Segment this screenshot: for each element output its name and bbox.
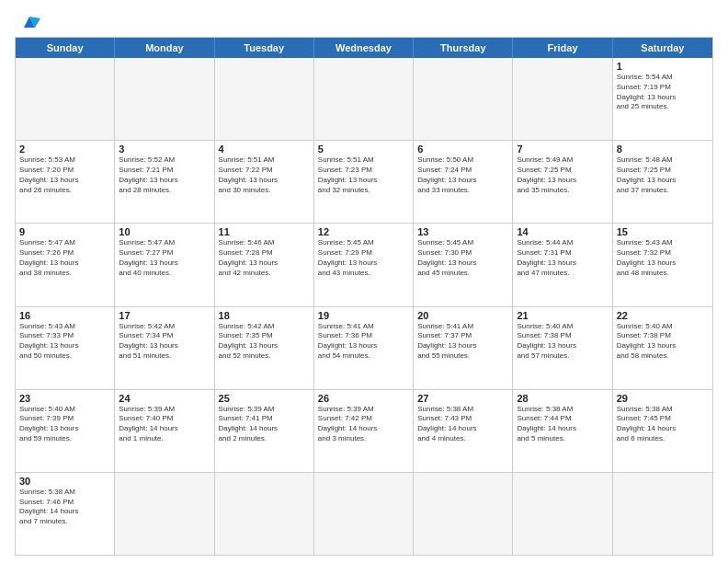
- page: SundayMondayTuesdayWednesdayThursdayFrid…: [0, 0, 728, 563]
- day-number: 1: [617, 61, 709, 72]
- day-number: 29: [617, 393, 709, 404]
- day-number: 4: [219, 144, 310, 155]
- day-info: Sunrise: 5:47 AM Sunset: 7:26 PM Dayligh…: [19, 238, 110, 278]
- calendar-header: SundayMondayTuesdayWednesdayThursdayFrid…: [16, 38, 712, 58]
- weekday-header-monday: Monday: [115, 38, 214, 58]
- calendar-cell: [215, 58, 314, 140]
- calendar-cell: 26Sunrise: 5:39 AM Sunset: 7:42 PM Dayli…: [314, 390, 414, 472]
- calendar-cell: [414, 58, 513, 140]
- calendar-cell: 27Sunrise: 5:38 AM Sunset: 7:43 PM Dayli…: [414, 390, 513, 472]
- day-number: 13: [417, 226, 508, 237]
- day-info: Sunrise: 5:43 AM Sunset: 7:32 PM Dayligh…: [617, 238, 709, 278]
- day-info: Sunrise: 5:49 AM Sunset: 7:25 PM Dayligh…: [517, 155, 608, 195]
- day-info: Sunrise: 5:46 AM Sunset: 7:28 PM Dayligh…: [219, 238, 310, 278]
- calendar: SundayMondayTuesdayWednesdayThursdayFrid…: [15, 37, 713, 556]
- day-number: 8: [617, 144, 709, 155]
- weekday-header-friday: Friday: [513, 38, 612, 58]
- calendar-row-2: 9Sunrise: 5:47 AM Sunset: 7:26 PM Daylig…: [16, 223, 712, 305]
- calendar-cell: [314, 473, 414, 555]
- day-number: 9: [19, 226, 110, 237]
- calendar-cell: 6Sunrise: 5:50 AM Sunset: 7:24 PM Daylig…: [414, 141, 513, 223]
- calendar-cell: 30Sunrise: 5:38 AM Sunset: 7:46 PM Dayli…: [16, 473, 115, 555]
- calendar-row-4: 23Sunrise: 5:40 AM Sunset: 7:39 PM Dayli…: [16, 389, 712, 472]
- day-info: Sunrise: 5:38 AM Sunset: 7:45 PM Dayligh…: [617, 405, 709, 444]
- day-number: 11: [219, 226, 310, 237]
- calendar-cell: [215, 473, 314, 555]
- day-info: Sunrise: 5:40 AM Sunset: 7:38 PM Dayligh…: [617, 322, 709, 362]
- calendar-cell: 10Sunrise: 5:47 AM Sunset: 7:27 PM Dayli…: [115, 224, 214, 305]
- calendar-cell: 13Sunrise: 5:45 AM Sunset: 7:30 PM Dayli…: [414, 224, 513, 305]
- day-number: 7: [517, 144, 608, 155]
- calendar-cell: 9Sunrise: 5:47 AM Sunset: 7:26 PM Daylig…: [16, 224, 115, 305]
- day-info: Sunrise: 5:42 AM Sunset: 7:34 PM Dayligh…: [119, 322, 210, 362]
- header: [15, 11, 713, 31]
- day-number: 20: [417, 310, 508, 321]
- day-info: Sunrise: 5:45 AM Sunset: 7:29 PM Dayligh…: [318, 238, 409, 278]
- calendar-cell: [414, 473, 513, 555]
- calendar-cell: 28Sunrise: 5:38 AM Sunset: 7:44 PM Dayli…: [513, 390, 612, 472]
- day-info: Sunrise: 5:43 AM Sunset: 7:33 PM Dayligh…: [19, 322, 110, 362]
- weekday-header-saturday: Saturday: [613, 38, 712, 58]
- day-info: Sunrise: 5:47 AM Sunset: 7:27 PM Dayligh…: [119, 238, 210, 278]
- day-number: 26: [318, 393, 409, 404]
- calendar-cell: 15Sunrise: 5:43 AM Sunset: 7:32 PM Dayli…: [613, 224, 712, 305]
- day-info: Sunrise: 5:41 AM Sunset: 7:37 PM Dayligh…: [417, 322, 508, 362]
- weekday-header-sunday: Sunday: [16, 38, 115, 58]
- day-info: Sunrise: 5:54 AM Sunset: 7:19 PM Dayligh…: [617, 73, 709, 112]
- day-info: Sunrise: 5:50 AM Sunset: 7:24 PM Dayligh…: [417, 155, 508, 195]
- calendar-cell: 17Sunrise: 5:42 AM Sunset: 7:34 PM Dayli…: [115, 307, 214, 389]
- weekday-header-tuesday: Tuesday: [215, 38, 314, 58]
- calendar-cell: 12Sunrise: 5:45 AM Sunset: 7:29 PM Dayli…: [314, 224, 414, 305]
- day-number: 30: [19, 476, 110, 487]
- calendar-cell: 5Sunrise: 5:51 AM Sunset: 7:23 PM Daylig…: [314, 141, 414, 223]
- day-number: 14: [517, 226, 608, 237]
- calendar-cell: 20Sunrise: 5:41 AM Sunset: 7:37 PM Dayli…: [414, 307, 513, 389]
- day-info: Sunrise: 5:41 AM Sunset: 7:36 PM Dayligh…: [318, 322, 409, 362]
- calendar-body: 1Sunrise: 5:54 AM Sunset: 7:19 PM Daylig…: [16, 58, 712, 555]
- day-info: Sunrise: 5:39 AM Sunset: 7:41 PM Dayligh…: [219, 405, 310, 444]
- calendar-cell: 16Sunrise: 5:43 AM Sunset: 7:33 PM Dayli…: [16, 307, 115, 389]
- day-info: Sunrise: 5:40 AM Sunset: 7:38 PM Dayligh…: [517, 322, 608, 362]
- calendar-cell: 1Sunrise: 5:54 AM Sunset: 7:19 PM Daylig…: [613, 58, 712, 140]
- day-number: 5: [318, 144, 409, 155]
- calendar-cell: 11Sunrise: 5:46 AM Sunset: 7:28 PM Dayli…: [215, 224, 314, 305]
- day-info: Sunrise: 5:51 AM Sunset: 7:22 PM Dayligh…: [219, 155, 310, 195]
- calendar-cell: 24Sunrise: 5:39 AM Sunset: 7:40 PM Dayli…: [115, 390, 214, 472]
- day-info: Sunrise: 5:38 AM Sunset: 7:44 PM Dayligh…: [517, 405, 608, 444]
- calendar-cell: [513, 473, 612, 555]
- day-number: 21: [517, 310, 608, 321]
- calendar-cell: [115, 473, 214, 555]
- calendar-cell: [115, 58, 214, 140]
- day-number: 3: [119, 144, 210, 155]
- calendar-cell: 4Sunrise: 5:51 AM Sunset: 7:22 PM Daylig…: [215, 141, 314, 223]
- calendar-cell: 23Sunrise: 5:40 AM Sunset: 7:39 PM Dayli…: [16, 390, 115, 472]
- calendar-cell: [613, 473, 712, 555]
- day-info: Sunrise: 5:52 AM Sunset: 7:21 PM Dayligh…: [119, 155, 210, 195]
- day-number: 28: [517, 393, 608, 404]
- day-info: Sunrise: 5:48 AM Sunset: 7:25 PM Dayligh…: [617, 155, 709, 195]
- calendar-cell: 7Sunrise: 5:49 AM Sunset: 7:25 PM Daylig…: [513, 141, 612, 223]
- calendar-cell: 21Sunrise: 5:40 AM Sunset: 7:38 PM Dayli…: [513, 307, 612, 389]
- day-info: Sunrise: 5:53 AM Sunset: 7:20 PM Dayligh…: [19, 155, 110, 195]
- day-number: 24: [119, 393, 210, 404]
- day-info: Sunrise: 5:44 AM Sunset: 7:31 PM Dayligh…: [517, 238, 608, 278]
- calendar-cell: 8Sunrise: 5:48 AM Sunset: 7:25 PM Daylig…: [613, 141, 712, 223]
- day-number: 27: [417, 393, 508, 404]
- calendar-cell: 25Sunrise: 5:39 AM Sunset: 7:41 PM Dayli…: [215, 390, 314, 472]
- day-number: 16: [19, 310, 110, 321]
- calendar-cell: [314, 58, 414, 140]
- day-number: 22: [617, 310, 709, 321]
- weekday-header-wednesday: Wednesday: [314, 38, 414, 58]
- day-info: Sunrise: 5:39 AM Sunset: 7:40 PM Dayligh…: [119, 405, 210, 444]
- calendar-row-3: 16Sunrise: 5:43 AM Sunset: 7:33 PM Dayli…: [16, 306, 712, 389]
- day-number: 19: [318, 310, 409, 321]
- day-number: 18: [219, 310, 310, 321]
- day-info: Sunrise: 5:51 AM Sunset: 7:23 PM Dayligh…: [318, 155, 409, 195]
- day-number: 23: [19, 393, 110, 404]
- calendar-cell: 19Sunrise: 5:41 AM Sunset: 7:36 PM Dayli…: [314, 307, 414, 389]
- day-info: Sunrise: 5:39 AM Sunset: 7:42 PM Dayligh…: [318, 405, 409, 444]
- calendar-cell: 2Sunrise: 5:53 AM Sunset: 7:20 PM Daylig…: [16, 141, 115, 223]
- weekday-header-thursday: Thursday: [414, 38, 513, 58]
- calendar-cell: 29Sunrise: 5:38 AM Sunset: 7:45 PM Dayli…: [613, 390, 712, 472]
- calendar-cell: 22Sunrise: 5:40 AM Sunset: 7:38 PM Dayli…: [613, 307, 712, 389]
